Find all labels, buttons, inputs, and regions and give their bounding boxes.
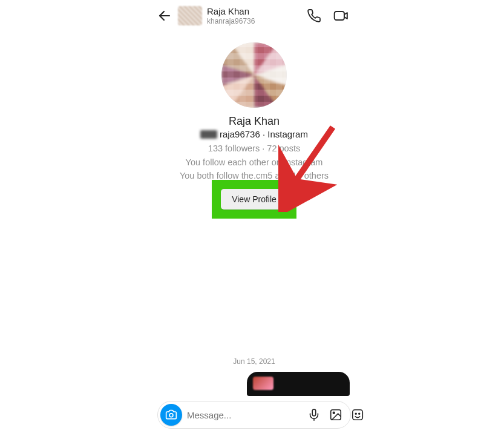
redacted-prefix [200,130,217,139]
message-input[interactable] [187,410,302,420]
camera-button[interactable] [160,404,182,426]
message-composer [157,401,351,429]
profile-handle: raja96736 · Instagram [200,129,308,139]
profile-name: Raja Khan [229,115,280,128]
chat-header: Raja Khan khanraja96736 [151,0,357,31]
profile-summary: Raja Khan raja96736 · Instagram 133 foll… [151,31,357,209]
profile-relation-1: You follow each other on Instagram [186,156,323,169]
svg-rect-1 [335,12,344,20]
svg-rect-2 [312,409,316,416]
header-actions [306,8,352,24]
back-button[interactable] [156,7,173,24]
header-avatar[interactable] [178,6,202,25]
svg-point-7 [355,413,356,414]
voice-call-button[interactable] [306,8,322,24]
header-username: khanraja96736 [207,17,301,25]
view-profile-highlight-wrap: View Profile [221,189,287,210]
profile-handle-text: raja96736 · Instagram [220,129,308,139]
message-preview-card[interactable] [247,372,350,396]
composer-actions [307,408,365,422]
svg-point-5 [333,412,335,414]
gallery-icon[interactable] [329,408,343,422]
profile-avatar[interactable] [221,42,287,108]
video-call-button[interactable] [333,8,349,24]
sticker-icon[interactable] [350,408,365,422]
chat-screen: Raja Khan khanraja96736 Raja Khan [151,0,357,436]
mic-icon[interactable] [307,408,321,422]
svg-rect-6 [353,410,363,420]
profile-stats: 133 followers · 72 posts [208,142,300,155]
header-display-name: Raja Khan [207,6,301,17]
svg-point-8 [359,413,360,414]
date-separator: Jun 15, 2021 [151,224,357,372]
view-profile-button[interactable]: View Profile [221,189,287,210]
header-info[interactable]: Raja Khan khanraja96736 [207,6,301,25]
